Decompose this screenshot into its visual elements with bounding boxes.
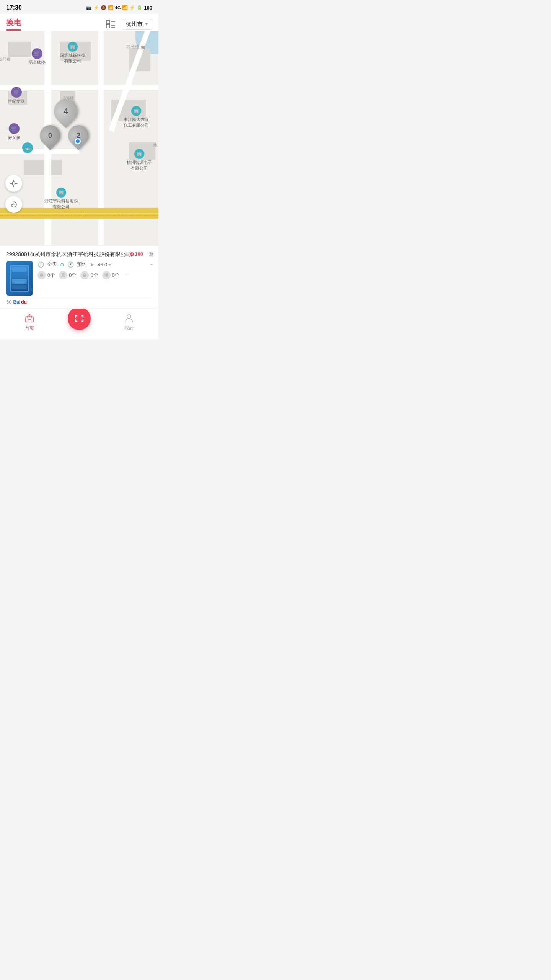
pin-body-2: 2 bbox=[64, 121, 93, 150]
reservation-label: 预约 bbox=[77, 261, 87, 268]
building-block-1 bbox=[8, 42, 31, 57]
signal-bar-1 bbox=[125, 254, 126, 256]
4g-icon: 4G bbox=[115, 5, 121, 10]
slot-visual-1 bbox=[12, 267, 27, 272]
call-icon: 📷 bbox=[86, 5, 92, 10]
battery-level: 100 bbox=[144, 5, 152, 11]
svg-rect-0 bbox=[106, 20, 110, 24]
marker-shijihualian[interactable]: 🛒 世纪华联 bbox=[8, 87, 25, 103]
slot-visual-3 bbox=[12, 279, 27, 284]
crosshair-icon bbox=[10, 179, 18, 188]
hours-label: 全天 bbox=[47, 261, 57, 268]
station-image-inner bbox=[10, 265, 29, 292]
station-card: 299280014(杭州市余杭区浙江宇松科技股份有限公司) ✕ 100 - bbox=[0, 245, 158, 309]
status-icons: 📷 ⚡ 🔕 📶 4G 📶 ⚡ 🔋 100 bbox=[86, 5, 152, 11]
city-selector[interactable]: 杭州市 ▼ bbox=[122, 19, 152, 30]
label-zhiyuan: 杭州智源电子有限公司 bbox=[127, 160, 152, 171]
charge-icon: ⚡ bbox=[129, 5, 135, 10]
营业-icon: ⊕ bbox=[60, 262, 64, 268]
slot-icon-huan: 换 bbox=[37, 271, 46, 279]
map-container[interactable]: ← → 荆大线 永 2号楼 21号楼 3号楼 🛒 品全购物 🛒 世纪华联 🛒 好… bbox=[0, 31, 158, 245]
clock-icon-1: 🕐 bbox=[37, 261, 44, 268]
road-arrow-right: → bbox=[79, 209, 85, 215]
store-icon-pinquan: 🛒 bbox=[32, 48, 42, 59]
svg-point-6 bbox=[12, 182, 15, 185]
signal-bar-3 bbox=[128, 252, 129, 256]
pin-marker-0[interactable]: 0 bbox=[40, 125, 60, 146]
building-icon-yusong: 🏢 bbox=[56, 188, 66, 198]
label-21hao: 21号楼 bbox=[126, 44, 139, 50]
chevron-down-icon: ▼ bbox=[144, 21, 149, 27]
label-shijihualian: 世纪华联 bbox=[8, 98, 25, 104]
grid-list-icon[interactable] bbox=[105, 19, 116, 29]
home-icon bbox=[24, 313, 35, 323]
marker-shenzhen[interactable]: 🏢 深圳城铄科技有限公司 bbox=[60, 42, 85, 63]
slot-huan: 换 0个 bbox=[37, 271, 55, 279]
slot-count-huai: 0个 bbox=[112, 272, 120, 279]
building-icon-shenzhen: 🏢 bbox=[68, 42, 78, 52]
wifi-icon: 📶 bbox=[108, 5, 114, 10]
city-label: 杭州市 bbox=[126, 21, 143, 28]
marker-pinquan[interactable]: 🛒 品全购物 bbox=[29, 48, 46, 65]
label-pinquan: 品全购物 bbox=[29, 60, 46, 65]
nav-scan-button[interactable] bbox=[68, 307, 91, 330]
dash-indicator: - bbox=[151, 261, 152, 267]
mute-icon: 🔕 bbox=[101, 5, 106, 10]
signal-icon: 📶 bbox=[122, 5, 128, 10]
battery-number: 100 bbox=[135, 251, 143, 257]
status-bar: 17:30 📷 ⚡ 🔕 📶 4G 📶 ⚡ 🔋 100 bbox=[0, 0, 158, 14]
slot-count-chong: 0个 bbox=[69, 272, 77, 279]
marker-zhejiang-yuanhua[interactable]: 🏢 浙江浙大方圆化工有限公司 bbox=[124, 106, 149, 127]
building-icon-yuanhua: 🏢 bbox=[131, 106, 141, 116]
station-slots-visual bbox=[11, 266, 28, 291]
baidu-text-2: du bbox=[21, 299, 27, 305]
header-title-wrap: 换电 bbox=[6, 18, 21, 31]
svg-line-12 bbox=[14, 204, 15, 205]
marker-yusong[interactable]: 🏢 浙江宇松科技股份有限公司 bbox=[44, 188, 78, 209]
marker-bus[interactable]: 🚌 bbox=[22, 142, 33, 153]
station-image bbox=[6, 261, 33, 296]
store-icon-haoyou: 🛒 bbox=[9, 123, 20, 134]
battery-signal-area: ✕ 100 bbox=[125, 251, 143, 257]
marker-haoyouduo[interactable]: 🛒 好又多 bbox=[8, 123, 21, 140]
slot-visual-4 bbox=[12, 285, 27, 290]
pin-label-4: 4 bbox=[56, 101, 76, 121]
me-label: 我的 bbox=[124, 325, 134, 332]
label-yusong: 浙江宇松科技股份有限公司 bbox=[44, 198, 78, 210]
clock-icon-2: 🕐 bbox=[67, 261, 74, 268]
baidu-logo: Bai du bbox=[13, 299, 26, 305]
slot-visual-2 bbox=[12, 273, 27, 278]
history-button[interactable] bbox=[5, 196, 22, 213]
locate-button[interactable] bbox=[5, 175, 22, 192]
slot-row: 换 0个 充 0个 空 0个 壊 0个 - bbox=[37, 271, 152, 279]
pin-body-0: 0 bbox=[35, 121, 64, 150]
pin-body-4: 4 bbox=[49, 95, 83, 128]
card-footer-50: 50 bbox=[6, 299, 11, 305]
station-card-body: 🕐 全天 ⊕ 🕐 预约 ➤ 46.0m 换 0个 充 0个 空 bbox=[6, 261, 152, 296]
slot-chong: 充 0个 bbox=[59, 271, 77, 279]
store-icon-shiji: 🛒 bbox=[11, 87, 22, 98]
label-yuanhua: 浙江浙大方圆化工有限公司 bbox=[124, 117, 149, 128]
slot-icon-kong: 空 bbox=[80, 271, 89, 279]
header-right: 杭州市 ▼ bbox=[105, 19, 152, 30]
status-time: 17:30 bbox=[6, 4, 22, 11]
road-dash-line bbox=[0, 215, 158, 216]
signal-x-icon: ✕ bbox=[130, 252, 134, 256]
distance-label: 46.0m bbox=[98, 262, 111, 268]
label-2hao: 2号楼 bbox=[0, 57, 11, 62]
nav-home[interactable]: 首页 bbox=[24, 313, 35, 332]
person-icon bbox=[124, 313, 134, 323]
usb-icon: ⚡ bbox=[93, 5, 99, 10]
svg-point-13 bbox=[127, 315, 131, 318]
pin-marker-4[interactable]: 4 bbox=[54, 100, 78, 123]
slot-kong: 空 0个 bbox=[80, 271, 98, 279]
nav-me[interactable]: 我的 bbox=[124, 313, 134, 332]
svg-rect-1 bbox=[106, 24, 110, 28]
bottom-nav: 首页 我的 bbox=[0, 309, 158, 339]
card-footer: 50 Bai du bbox=[6, 297, 152, 305]
pin-label-0: 0 bbox=[42, 127, 59, 144]
header: 换电 杭州市 ▼ bbox=[0, 14, 158, 31]
marker-hangzhou-zhiyuan[interactable]: 🏢 杭州智源电子有限公司 bbox=[127, 149, 152, 170]
slot-icon-chong: 充 bbox=[59, 271, 67, 279]
road-horizontal-2 bbox=[0, 149, 79, 154]
